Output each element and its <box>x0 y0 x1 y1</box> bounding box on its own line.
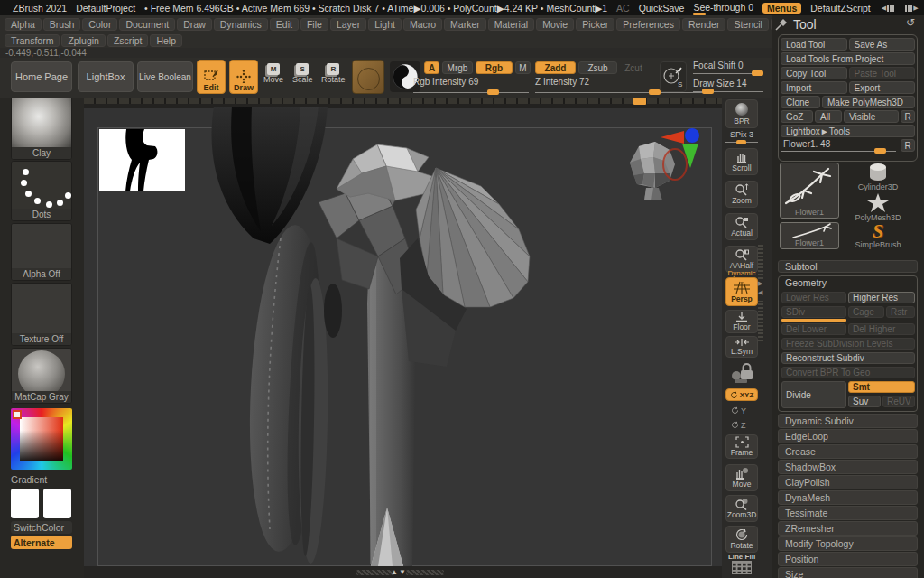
freeze-subdivision-button[interactable]: Freeze SubDivision Levels <box>781 338 915 350</box>
menu-movie[interactable]: Movie <box>536 18 574 31</box>
menu-help[interactable]: Help <box>150 34 182 47</box>
mrgb-toggle[interactable]: Mrgb <box>442 61 473 74</box>
tray-right-toggle-icon[interactable]: ▶ <box>905 5 918 12</box>
actual-size-button[interactable]: Actual <box>725 213 758 240</box>
zcut-toggle[interactable]: Zcut <box>620 61 647 74</box>
right-divider-scrollbar-lower[interactable] <box>758 301 763 341</box>
alpha-selector[interactable]: Alpha Off <box>11 223 72 281</box>
edit-mode-button[interactable]: Edit <box>197 60 226 94</box>
subtool-section[interactable]: Subtool <box>778 260 918 273</box>
live-boolean-button[interactable]: Live Boolean <box>137 61 193 92</box>
sdiv-slider[interactable]: SDiv <box>781 306 846 318</box>
color-picker[interactable] <box>11 408 72 470</box>
restore-configuration-icon[interactable]: ↺ <box>906 16 915 29</box>
texture-selector[interactable]: Texture Off <box>11 283 72 346</box>
goz-button[interactable]: GoZ <box>781 110 813 123</box>
home-page-button[interactable]: Home Page <box>11 61 72 92</box>
scale-mode-button[interactable]: S Scale <box>292 63 313 84</box>
all-button[interactable]: All <box>815 110 842 123</box>
copy-tool-button[interactable]: Copy Tool <box>781 67 847 79</box>
section-crease[interactable]: Crease <box>778 444 918 459</box>
gradient-label[interactable]: Gradient <box>11 472 72 486</box>
cage-button[interactable]: Cage <box>848 306 884 318</box>
menu-alpha[interactable]: Alpha <box>5 18 42 31</box>
bpr-render-button[interactable]: BPR <box>725 99 758 128</box>
section-dynamesh[interactable]: DynaMesh <box>778 490 918 505</box>
menu-light[interactable]: Light <box>368 18 402 31</box>
menu-stencil[interactable]: Stencil <box>727 18 769 31</box>
load-tools-from-project-button[interactable]: Load Tools From Project <box>781 52 915 65</box>
zsub-toggle[interactable]: Zsub <box>578 61 617 74</box>
higher-res-button[interactable]: Higher Res <box>848 292 915 303</box>
clone-button[interactable]: Clone <box>781 96 820 108</box>
menu-macro[interactable]: Macro <box>403 18 442 31</box>
brush-preview[interactable] <box>352 60 384 94</box>
goz-r-button[interactable]: R <box>901 110 915 123</box>
import-button[interactable]: Import <box>781 81 847 94</box>
rotate-mode-button[interactable]: R Rotate <box>321 63 346 84</box>
smt-toggle[interactable]: Smt <box>848 381 915 393</box>
timeline-marker[interactable] <box>633 98 646 105</box>
local-symmetry-button[interactable]: L.Sym <box>725 336 758 358</box>
reconstruct-subdiv-button[interactable]: Reconstruct Subdiv <box>781 352 915 364</box>
section-tessimate[interactable]: Tessimate <box>778 506 918 520</box>
zoom-button[interactable]: Zoom <box>725 181 758 208</box>
line-fill-render-button[interactable] <box>732 561 752 574</box>
rotate-lock-z-button[interactable]: Z <box>731 419 753 431</box>
main-color-swatch[interactable] <box>11 489 39 518</box>
perspective-button[interactable]: Persp <box>725 277 758 306</box>
section-shadowbox[interactable]: ShadowBox <box>778 460 918 474</box>
zadd-toggle[interactable]: Zadd <box>535 61 576 74</box>
alternate-button[interactable]: Alternate <box>11 536 72 549</box>
nav-zoom3d-button[interactable]: Zoom3D <box>725 495 758 522</box>
rotate-lock-xyz-button[interactable]: XYZ <box>725 388 758 401</box>
tray-left-toggle-icon[interactable]: ◀ <box>882 5 894 12</box>
polymesh3d-thumbnail[interactable]: PolyMesh3D <box>845 193 911 222</box>
reuv-button[interactable]: ReUV <box>882 396 915 407</box>
secondary-color-swatch[interactable] <box>43 489 71 518</box>
cylinder3d-thumbnail[interactable]: Cylinder3D <box>845 163 911 191</box>
make-polymesh3d-button[interactable]: Make PolyMesh3D <box>822 96 915 108</box>
rgb-intensity-slider[interactable]: Rgb Intensity 69 <box>413 77 529 87</box>
right-tray-open-arrow[interactable]: ▶ <box>758 281 762 286</box>
menu-zscript[interactable]: Zscript <box>107 34 149 47</box>
nav-rotate-button[interactable]: Rotate <box>725 526 758 553</box>
export-button[interactable]: Export <box>849 81 916 94</box>
geometry-section-title[interactable]: Geometry <box>785 277 827 288</box>
default-zscript-button[interactable]: DefaultZScript <box>810 3 871 14</box>
menu-transform[interactable]: Transform <box>5 34 60 47</box>
quicksave-button[interactable]: QuickSave <box>639 3 685 14</box>
del-higher-button[interactable]: Del Higher <box>848 323 915 335</box>
section-claypolish[interactable]: ClayPolish <box>778 475 918 489</box>
dynamic-persp-label[interactable]: Dynamic <box>722 269 762 277</box>
scroll-button[interactable]: Scroll <box>725 148 758 175</box>
brush-selector[interactable]: Clay <box>11 94 72 160</box>
draw-mode-button[interactable]: Draw <box>229 60 258 94</box>
see-through-slider[interactable]: See-through 0 <box>693 2 753 14</box>
active-tool-slider[interactable]: Flower1. 48 <box>781 139 899 154</box>
document-canvas[interactable]: ▲▼ <box>84 96 722 578</box>
switchcolor-button[interactable]: SwitchColor <box>11 521 72 534</box>
menu-zplugin[interactable]: Zplugin <box>61 34 105 47</box>
divide-button[interactable]: Divide <box>781 381 846 408</box>
lock-camera-button[interactable] <box>729 361 756 385</box>
draw-size-slider[interactable]: Draw Size 14 <box>693 79 765 89</box>
nav-move-button[interactable]: Move <box>725 464 758 491</box>
section-dynamic-subdiv[interactable]: Dynamic Subdiv <box>778 414 918 428</box>
spix-slider[interactable] <box>725 140 758 145</box>
simplebrush-thumbnail[interactable]: S SimpleBrush <box>845 222 911 249</box>
canvas-scrollbar-left[interactable] <box>356 570 394 575</box>
sdiv-slider-bar[interactable] <box>781 319 846 322</box>
section-edgeloop[interactable]: EdgeLoop <box>778 429 918 443</box>
menu-color[interactable]: Color <box>82 18 117 31</box>
m-toggle[interactable]: M <box>515 61 531 74</box>
focal-shift-slider[interactable]: Focal Shift 0 <box>693 61 765 70</box>
lightbox-button[interactable]: LightBox <box>78 61 134 92</box>
menu-marker[interactable]: Marker <box>444 18 486 31</box>
menu-brush[interactable]: Brush <box>43 18 80 31</box>
del-lower-button[interactable]: Del Lower <box>781 323 846 335</box>
section-size[interactable]: Size <box>778 567 918 578</box>
menu-render[interactable]: Render <box>682 18 725 31</box>
right-tray-close-arrow[interactable]: ◀ <box>758 290 762 295</box>
menu-picker[interactable]: Picker <box>576 18 614 31</box>
